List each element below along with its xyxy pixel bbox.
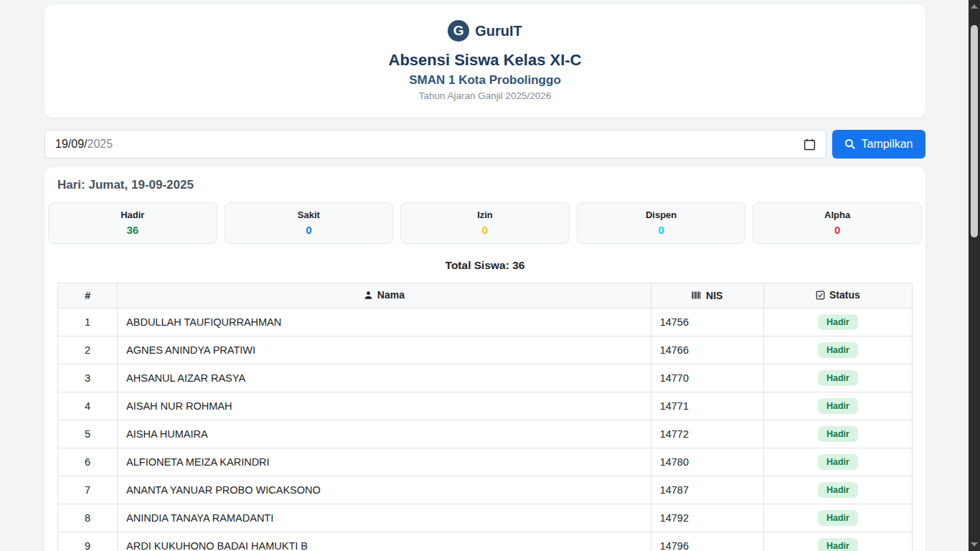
row-number: 8 <box>58 504 118 532</box>
row-number: 5 <box>58 420 118 448</box>
barcode-icon <box>692 291 702 299</box>
table-row: 3 AHSANUL AIZAR RASYA 14770 Hadir <box>58 364 913 392</box>
table-row: 1 ABDULLAH TAUFIQURRAHMAN 14756 Hadir <box>58 308 913 336</box>
show-button-label: Tampilkan <box>861 138 913 151</box>
row-number: 4 <box>58 392 118 420</box>
stat-label: Sakit <box>225 209 393 220</box>
table-row: 5 AISHA HUMAIRA 14772 Hadir <box>58 420 913 448</box>
student-nis: 14756 <box>651 308 763 336</box>
column-header-name-label: Nama <box>377 289 405 301</box>
stat-card-hadir: Hadir 36 <box>48 202 217 244</box>
status-badge: Hadir <box>818 482 858 498</box>
stat-label: Alpha <box>753 209 921 220</box>
header-card: G GuruIT Absensi Siswa Kelas XI-C SMAN 1… <box>44 4 925 118</box>
column-header-status: Status <box>763 283 912 309</box>
stat-card-alpha: Alpha 0 <box>753 202 922 244</box>
brand-name: GuruIT <box>475 23 522 39</box>
row-number: 9 <box>58 532 118 551</box>
date-input-year: 2025 <box>87 138 113 151</box>
stats-row: Hadir 36 Sakit 0 Izin 0 Dispen 0 Alpha 0 <box>48 202 922 244</box>
student-name: ARDI KUKUHONO BADAI HAMUKTI B <box>118 532 651 551</box>
table-row: 9 ARDI KUKUHONO BADAI HAMUKTI B 14796 Ha… <box>58 532 913 551</box>
day-heading: Hari: Jumat, 19-09-2025 <box>57 178 913 192</box>
student-nis: 14792 <box>651 504 763 532</box>
search-icon <box>844 138 856 150</box>
vertical-scrollbar[interactable] <box>969 0 980 551</box>
student-nis: 14772 <box>651 420 763 448</box>
column-header-name: Nama <box>118 283 651 309</box>
stat-card-sakit: Sakit 0 <box>225 202 394 244</box>
stat-card-dispen: Dispen 0 <box>577 202 746 244</box>
student-nis: 14796 <box>651 532 763 551</box>
stat-label: Dispen <box>578 209 745 220</box>
student-name: AHSANUL AIZAR RASYA <box>118 364 651 392</box>
column-header-nis-label: NIS <box>706 290 722 301</box>
table-header-row: # Nama <box>58 283 913 309</box>
student-name: AGNES ANINDYA PRATIWI <box>118 336 651 364</box>
total-students-label: Total Siswa: 36 <box>57 259 913 272</box>
row-number: 1 <box>58 308 118 336</box>
table-row: 2 AGNES ANINDYA PRATIWI 14766 Hadir <box>58 336 913 364</box>
date-input-daymonth: 19/09/ <box>55 138 87 151</box>
row-number: 7 <box>58 476 118 504</box>
stat-card-izin: Izin 0 <box>400 202 570 244</box>
page-title: Absensi Siswa Kelas XI-C <box>44 51 925 70</box>
page-viewport: G GuruIT Absensi Siswa Kelas XI-C SMAN 1… <box>0 0 969 551</box>
table-row: 8 ANINDIA TANAYA RAMADANTI 14792 Hadir <box>58 504 913 532</box>
stat-label: Hadir <box>49 209 217 220</box>
status-badge: Hadir <box>818 510 858 526</box>
student-name: AISAH NUR ROHMAH <box>118 392 651 420</box>
student-name: AISHA HUMAIRA <box>118 420 651 448</box>
student-nis: 14780 <box>651 448 763 476</box>
table-row: 6 ALFIONETA MEIZA KARINDRI 14780 Hadir <box>58 448 913 476</box>
row-number: 3 <box>58 364 118 392</box>
stat-value: 0 <box>578 224 745 236</box>
check-square-icon <box>816 291 825 300</box>
status-badge: Hadir <box>818 314 858 330</box>
calendar-icon[interactable] <box>804 138 816 151</box>
student-name: ANANTA YANUAR PROBO WICAKSONO <box>118 476 651 504</box>
status-badge: Hadir <box>818 342 858 358</box>
column-header-status-label: Status <box>829 289 860 301</box>
student-name: ABDULLAH TAUFIQURRAHMAN <box>118 308 651 336</box>
person-icon <box>364 291 373 300</box>
stat-value: 0 <box>753 224 921 236</box>
scrollbar-down-arrow-icon[interactable] <box>971 542 978 547</box>
status-badge: Hadir <box>818 370 858 386</box>
status-badge: Hadir <box>818 426 858 442</box>
status-badge: Hadir <box>818 398 858 414</box>
brand-logo: G GuruIT <box>448 20 522 42</box>
school-name: SMAN 1 Kota Probolinggo <box>44 73 925 88</box>
filter-row: 19/09/2025 Tampilkan <box>44 130 925 159</box>
scrollbar-up-arrow-icon[interactable] <box>971 4 978 9</box>
show-attendance-button[interactable]: Tampilkan <box>832 130 925 159</box>
student-nis: 14771 <box>651 392 763 420</box>
attendance-table: # Nama <box>57 283 913 551</box>
student-nis: 14766 <box>651 336 763 364</box>
stat-value: 0 <box>401 224 569 236</box>
academic-year: Tahun Ajaran Ganjil 2025/2026 <box>44 90 925 101</box>
column-header-number: # <box>58 283 118 309</box>
guruit-logo-icon: G <box>448 20 469 42</box>
student-name: ALFIONETA MEIZA KARINDRI <box>118 448 651 476</box>
stat-value: 0 <box>225 224 393 236</box>
student-nis: 14787 <box>651 476 763 504</box>
date-input[interactable]: 19/09/2025 <box>44 130 826 159</box>
table-row: 7 ANANTA YANUAR PROBO WICAKSONO 14787 Ha… <box>58 476 913 504</box>
status-badge: Hadir <box>818 538 858 551</box>
scrollbar-thumb[interactable] <box>971 25 978 237</box>
attendance-card: Hari: Jumat, 19-09-2025 Hadir 36 Sakit 0… <box>44 167 925 551</box>
student-name: ANINDIA TANAYA RAMADANTI <box>118 504 651 532</box>
stat-label: Izin <box>401 209 569 220</box>
student-nis: 14770 <box>651 364 763 392</box>
column-header-nis: NIS <box>651 283 763 309</box>
status-badge: Hadir <box>818 454 858 470</box>
table-row: 4 AISAH NUR ROHMAH 14771 Hadir <box>58 392 913 420</box>
row-number: 2 <box>58 336 118 364</box>
stat-value: 36 <box>49 224 217 236</box>
row-number: 6 <box>58 448 118 476</box>
